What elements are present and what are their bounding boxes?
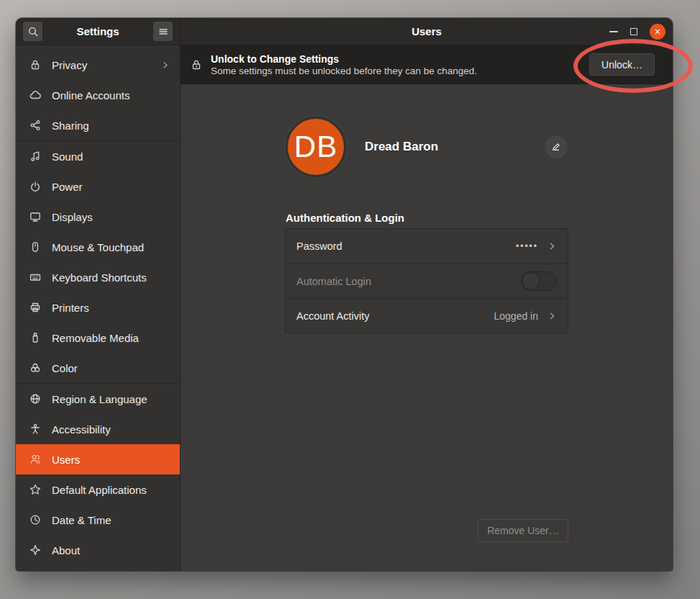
lock-icon: [29, 59, 41, 71]
sidebar-item-displays[interactable]: Displays: [16, 202, 180, 232]
password-dots: •••••: [516, 241, 538, 251]
sidebar-item-privacy[interactable]: Privacy: [16, 50, 180, 80]
sidebar-item-printers[interactable]: Printers: [16, 292, 180, 323]
user-full-name: Dread Baron: [365, 140, 438, 154]
sidebar-item-label: Displays: [52, 211, 93, 223]
sidebar-item-mouse-touchpad[interactable]: Mouse & Touchpad: [16, 232, 180, 262]
cloud-icon: [29, 89, 41, 101]
sidebar-item-sharing[interactable]: Sharing: [16, 110, 180, 140]
chevron-right-icon: [547, 311, 557, 321]
automatic-login-toggle[interactable]: [521, 271, 557, 291]
mouse-icon: [29, 241, 41, 253]
edit-name-button[interactable]: [544, 135, 568, 159]
unlock-banner: Unlock to Change Settings Some settings …: [181, 45, 673, 84]
row-label: Automatic Login: [296, 276, 371, 287]
sidebar-item-label: Printers: [52, 302, 89, 314]
sidebar-item-label: Online Accounts: [52, 89, 129, 102]
sidebar-item-color[interactable]: Color: [16, 353, 180, 383]
sidebar-item-label: Date & Time: [52, 514, 112, 526]
sidebar-item-users[interactable]: Users: [16, 444, 180, 474]
toggle-knob: [522, 272, 540, 290]
sparkle-icon: [29, 544, 41, 556]
sidebar-item-power[interactable]: Power: [16, 171, 180, 202]
users-icon: [29, 454, 41, 465]
users-panel-content: DB Dread Baron Authentication & Login Pa…: [181, 84, 673, 571]
accessibility-icon: [29, 423, 41, 435]
sidebar-item-removable-media[interactable]: Removable Media: [16, 323, 180, 353]
lock-icon: [191, 59, 202, 71]
usb-drive-icon: [29, 332, 41, 343]
sidebar-item-label: Region & Language: [52, 393, 147, 405]
keyboard-icon: [29, 271, 41, 283]
sidebar-item-label: Accessibility: [52, 423, 111, 436]
chevron-right-icon: [547, 241, 557, 251]
sidebar-item-label: Color: [52, 362, 78, 374]
sidebar-item-label: Default Applications: [52, 484, 147, 496]
clock-icon: [29, 514, 41, 526]
printer-icon: [29, 302, 41, 313]
menu-button[interactable]: [153, 22, 173, 41]
close-icon: [654, 28, 661, 35]
power-icon: [29, 181, 41, 192]
close-button[interactable]: [650, 24, 665, 40]
section-heading: Authentication & Login: [286, 212, 404, 224]
sidebar-item-label: Sharing: [52, 120, 89, 132]
unlock-banner-subtitle: Some settings must be unlocked before th…: [211, 66, 477, 76]
maximize-icon: [630, 28, 637, 35]
share-icon: [29, 120, 41, 131]
sidebar-item-sound[interactable]: Sound: [16, 141, 180, 171]
window-controls: [609, 18, 665, 45]
globe-icon: [29, 393, 41, 405]
unlock-button[interactable]: Unlock…: [589, 53, 655, 76]
password-row[interactable]: Password •••••: [286, 229, 568, 264]
titlebar: Users: [181, 18, 673, 45]
sidebar-item-label: Mouse & Touchpad: [52, 241, 144, 253]
sidebar-item-about[interactable]: About: [16, 535, 180, 565]
sidebar-list: Privacy Online Accounts Sharing Sound Po…: [16, 45, 180, 571]
main-panel: Users Unlock to Change Settings Some set…: [180, 18, 673, 571]
sidebar-header: Settings: [16, 18, 180, 45]
row-label: Password: [296, 240, 342, 252]
user-profile-row: DB Dread Baron: [285, 113, 568, 181]
automatic-login-row: Automatic Login: [286, 264, 568, 298]
sidebar-item-label: Power: [52, 181, 83, 193]
search-icon: [27, 26, 39, 37]
sidebar-item-region-language[interactable]: Region & Language: [16, 384, 180, 414]
avatar: DB: [285, 116, 347, 178]
row-label: Account Activity: [296, 310, 370, 322]
remove-user-button[interactable]: Remove User…: [478, 519, 568, 542]
page-title: Users: [412, 25, 442, 37]
sidebar-item-label: Keyboard Shortcuts: [52, 271, 147, 284]
sidebar-item-label: About: [52, 544, 80, 557]
sidebar-item-online-accounts[interactable]: Online Accounts: [16, 80, 180, 110]
sidebar-item-keyboard-shortcuts[interactable]: Keyboard Shortcuts: [16, 262, 180, 292]
sidebar-item-default-applications[interactable]: Default Applications: [16, 474, 180, 505]
unlock-banner-text: Unlock to Change Settings Some settings …: [211, 53, 477, 76]
chevron-right-icon: [160, 60, 170, 70]
music-note-icon: [29, 150, 41, 162]
sidebar-item-label: Removable Media: [52, 332, 139, 344]
color-circles-icon: [29, 362, 41, 374]
pencil-icon: [551, 142, 561, 152]
search-button[interactable]: [23, 22, 42, 41]
sidebar-item-label: Privacy: [52, 59, 87, 71]
monitor-icon: [29, 211, 41, 222]
hamburger-menu-icon: [158, 26, 169, 37]
sidebar-item-date-time[interactable]: Date & Time: [16, 505, 180, 535]
maximize-button[interactable]: [630, 28, 637, 35]
star-icon: [29, 484, 41, 495]
sidebar-item-accessibility[interactable]: Accessibility: [16, 414, 180, 444]
sidebar: Settings Privacy Online Accounts Sharing: [16, 18, 180, 571]
minimize-button[interactable]: [609, 31, 618, 32]
settings-window: Settings Privacy Online Accounts Sharing: [16, 18, 673, 571]
unlock-banner-title: Unlock to Change Settings: [211, 53, 477, 65]
sidebar-item-label: Users: [52, 454, 80, 466]
minimize-icon: [609, 31, 618, 32]
sidebar-item-label: Sound: [52, 150, 83, 163]
account-activity-value: Logged in: [494, 310, 538, 322]
authentication-list: Password ••••• Automatic Login Account A…: [285, 228, 568, 333]
account-activity-row[interactable]: Account Activity Logged in: [286, 298, 568, 333]
